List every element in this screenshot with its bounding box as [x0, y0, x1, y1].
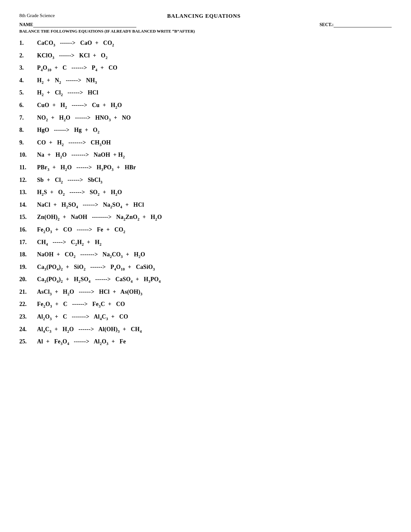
equation-item: 15.Zn(OH)2 + NaOH --------> Na2ZnO2 + H2…	[19, 214, 392, 222]
equation-number: 25.	[19, 338, 37, 345]
equation-item: 24.Al4C3 + H2O ------> Al(OH)3 + CH4	[19, 326, 392, 334]
name-label: NAME	[19, 22, 33, 27]
sect-underline	[334, 22, 392, 27]
equation-content: CuO + H2 ------> Cu + H2O	[37, 102, 392, 110]
sect-section: SECT.:	[319, 22, 392, 27]
equation-item: 11.PBr3 + H2O ------> H3PO3 + HBr	[19, 164, 392, 172]
equation-number: 21.	[19, 289, 37, 295]
equation-item: 4.H2 + N2 ------> NH3	[19, 77, 392, 85]
equation-item: 3.P4O10 + C ------> P4 + CO	[19, 64, 392, 73]
equation-content: AsCl3 + H2O ------> HCl + As(OH)3	[37, 289, 392, 297]
equation-number: 13.	[19, 189, 37, 196]
sect-label: SECT.:	[319, 22, 334, 27]
equation-content: Na + H2O -------> NaOH + H2	[37, 152, 392, 160]
equation-item: 7.NO2 + H2O ------> HNO3 + NO	[19, 114, 392, 123]
equation-number: 4.	[19, 77, 37, 84]
equation-number: 16.	[19, 226, 37, 233]
equation-item: 16.Fe2O3 + CO ------> Fe + CO2	[19, 226, 392, 234]
subject-label: 8th Grade Science	[19, 13, 55, 19]
equation-item: 13.H2S + O2 ------> SO2 + H2O	[19, 189, 392, 197]
equation-number: 6.	[19, 102, 37, 109]
equation-item: 22.Fe2O3 + C ------> Fe3C + CO	[19, 301, 392, 309]
equation-item: 25.Al + Fe3O4 ------> Al2O3 + Fe	[19, 338, 392, 346]
equation-content: Zn(OH)2 + NaOH --------> Na2ZnO2 + H2O	[37, 214, 392, 222]
equation-item: 23.Al2O3 + C -------> Al4C3 + CO	[19, 313, 392, 321]
equation-content: H2S + O2 ------> SO2 + H2O	[37, 189, 392, 197]
name-sect-row: NAME SECT.:	[19, 22, 392, 27]
equation-content: P4O10 + C ------> P4 + CO	[37, 64, 392, 73]
equation-number: 14.	[19, 202, 37, 208]
equation-number: 1.	[19, 40, 37, 46]
equation-item: 8.HgO ------> Hg + O2	[19, 127, 392, 135]
equation-item: 2.KClO3 ------> KCl + O2	[19, 52, 392, 60]
equation-content: H2 + Cl2 ------> HCl	[37, 89, 392, 97]
equation-number: 7.	[19, 114, 37, 121]
equation-content: NaCl + H2SO4 ------> Na2SO4 + HCl	[37, 202, 392, 210]
equation-item: 10.Na + H2O -------> NaOH + H2	[19, 152, 392, 160]
equation-item: 6.CuO + H2 ------> Cu + H2O	[19, 102, 392, 110]
equation-number: 12.	[19, 177, 37, 183]
equation-item: 20.Ca3(PO4)2 + H2SO4 ------> CaSO4 + H3P…	[19, 276, 392, 284]
equation-number: 15.	[19, 214, 37, 221]
page-header: 8th Grade Science BALANCING EQUATIONS	[19, 13, 392, 19]
equation-content: Fe2O3 + CO ------> Fe + CO2	[37, 226, 392, 234]
equation-number: 2.	[19, 52, 37, 59]
equation-number: 24.	[19, 326, 37, 333]
equation-number: 10.	[19, 152, 37, 158]
equation-item: 5.H2 + Cl2 ------> HCl	[19, 89, 392, 97]
page-title: BALANCING EQUATIONS	[167, 13, 241, 19]
equation-content: CH4 -----> C2H2 + H2	[37, 239, 392, 247]
equation-number: 5.	[19, 89, 37, 96]
equation-number: 9.	[19, 139, 37, 146]
equation-content: CO + H2 -------> CH3OH	[37, 139, 392, 147]
equation-number: 22.	[19, 301, 37, 308]
name-section: NAME	[19, 22, 136, 27]
equation-number: 3.	[19, 64, 37, 71]
equation-content: HgO ------> Hg + O2	[37, 127, 392, 135]
equation-content: Ca3(PO4)2 + H2SO4 ------> CaSO4 + H3PO4	[37, 276, 392, 284]
equation-number: 20.	[19, 276, 37, 283]
equation-content: Ca3(PO4)2 + SiO2 ------> P4O10 + CaSiO3	[37, 264, 392, 272]
equation-content: KClO3 ------> KCl + O2	[37, 52, 392, 60]
equation-number: 11.	[19, 164, 37, 171]
equation-item: 14.NaCl + H2SO4 ------> Na2SO4 + HCl	[19, 202, 392, 210]
equation-number: 18.	[19, 251, 37, 258]
equation-content: Sb + Cl2 ------> SbCl3	[37, 177, 392, 185]
equation-content: H2 + N2 ------> NH3	[37, 77, 392, 85]
equation-content: NaOH + CO2 -------> Na2CO3 + H2O	[37, 251, 392, 259]
equation-item: 19.Ca3(PO4)2 + SiO2 ------> P4O10 + CaSi…	[19, 264, 392, 272]
equation-number: 8.	[19, 127, 37, 133]
equation-content: Al4C3 + H2O ------> Al(OH)3 + CH4	[37, 326, 392, 334]
equation-content: CaCO3 ------> CaO + CO2	[37, 40, 392, 48]
equation-item: 1.CaCO3 ------> CaO + CO2	[19, 40, 392, 48]
equation-item: 9.CO + H2 -------> CH3OH	[19, 139, 392, 147]
instructions: BALANCE THE FOLLOWING EQUATIONS (IF ALRE…	[19, 29, 392, 34]
equation-content: Fe2O3 + C ------> Fe3C + CO	[37, 301, 392, 309]
equation-content: Al + Fe3O4 ------> Al2O3 + Fe	[37, 338, 392, 346]
equation-item: 12.Sb + Cl2 ------> SbCl3	[19, 177, 392, 185]
equation-number: 23.	[19, 313, 37, 320]
equation-content: NO2 + H2O ------> HNO3 + NO	[37, 114, 392, 123]
equation-content: Al2O3 + C -------> Al4C3 + CO	[37, 313, 392, 321]
equation-number: 17.	[19, 239, 37, 246]
name-underline	[33, 22, 136, 27]
equation-item: 18.NaOH + CO2 -------> Na2CO3 + H2O	[19, 251, 392, 259]
equation-list: 1.CaCO3 ------> CaO + CO22.KClO3 ------>…	[19, 40, 392, 346]
equation-number: 19.	[19, 264, 37, 271]
equation-item: 17.CH4 -----> C2H2 + H2	[19, 239, 392, 247]
equation-content: PBr3 + H2O ------> H3PO3 + HBr	[37, 164, 392, 172]
equation-item: 21.AsCl3 + H2O ------> HCl + As(OH)3	[19, 289, 392, 297]
